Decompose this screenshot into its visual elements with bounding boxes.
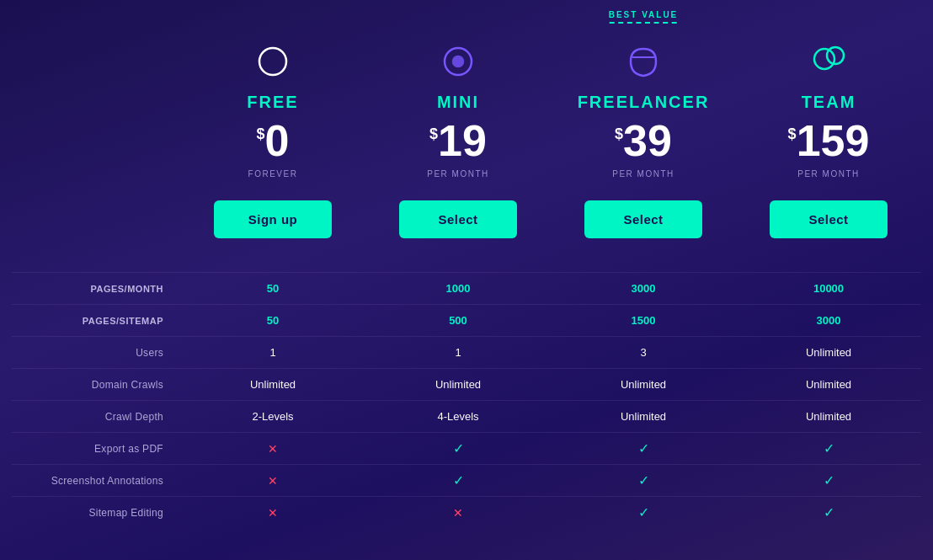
feature-row-5: Export as PDF✕✓✓✓ <box>12 432 921 464</box>
cross-icon: ✕ <box>268 506 278 520</box>
plan-icon-mini <box>437 40 479 83</box>
check-icon: ✓ <box>824 473 834 488</box>
pricing-table: FREE $ 0 FOREVER Sign up MINI $ 19 PER M… <box>12 17 921 528</box>
features-section: PAGES/MONTH501000300010000PAGES/SITEMAP5… <box>12 272 921 528</box>
feature-row-0: PAGES/MONTH501000300010000 <box>12 272 921 304</box>
svg-point-2 <box>453 56 463 67</box>
feature-value-6-2: ✓ <box>551 466 736 495</box>
cross-icon: ✕ <box>453 506 463 520</box>
feature-value-1-1: 500 <box>365 307 551 333</box>
feature-value-5-2: ✓ <box>551 434 736 463</box>
price-amount-free: 0 <box>265 119 290 163</box>
plans-header: FREE $ 0 FOREVER Sign up MINI $ 19 PER M… <box>12 17 921 264</box>
plan-price-freelancer: $ 39 <box>615 119 672 163</box>
feature-value-1-3: 3000 <box>736 307 921 333</box>
check-icon: ✓ <box>638 505 649 520</box>
signup-button-free[interactable]: Sign up <box>214 200 332 238</box>
feature-value-2-1: 1 <box>365 339 551 365</box>
feature-value-0-0: 50 <box>180 275 365 301</box>
feature-value-6-1: ✓ <box>365 466 551 495</box>
cross-icon: ✕ <box>268 474 278 488</box>
plan-header-mini: MINI $ 19 PER MONTH Select <box>365 17 551 264</box>
price-period-team: PER MONTH <box>797 169 860 179</box>
plan-icon-team <box>808 40 850 83</box>
price-amount-mini: 19 <box>438 119 487 163</box>
svg-point-5 <box>827 47 844 64</box>
select-button-freelancer[interactable]: Select <box>584 200 702 238</box>
cross-icon: ✕ <box>268 442 278 456</box>
check-icon: ✓ <box>453 441 464 456</box>
feature-value-7-0: ✕ <box>180 499 365 526</box>
price-period-free: FOREVER <box>248 169 298 179</box>
feature-row-7: Sitemap Editing✕✕✓✓ <box>12 496 921 528</box>
plan-price-mini: $ 19 <box>429 119 487 163</box>
best-value-badge: BEST VALUE <box>609 10 679 24</box>
feature-value-4-3: Unlimited <box>736 403 921 429</box>
price-period-mini: PER MONTH <box>427 169 489 179</box>
feature-value-2-0: 1 <box>180 339 365 365</box>
feature-row-3: Domain CrawlsUnlimitedUnlimitedUnlimited… <box>12 368 921 400</box>
feature-label-3: Domain Crawls <box>12 379 180 391</box>
feature-value-3-1: Unlimited <box>365 371 551 397</box>
plan-price-free: $ 0 <box>257 119 290 163</box>
feature-label-5: Export as PDF <box>12 443 180 455</box>
feature-label-7: Sitemap Editing <box>12 507 180 519</box>
feature-label-6: Screenshot Annotations <box>12 475 180 487</box>
feature-value-5-3: ✓ <box>736 434 921 463</box>
feature-value-4-1: 4-Levels <box>365 403 551 429</box>
feature-label-4: Crawl Depth <box>12 411 180 423</box>
check-icon: ✓ <box>824 441 834 456</box>
feature-value-6-0: ✕ <box>180 467 365 494</box>
feature-value-0-2: 3000 <box>551 275 736 301</box>
feature-value-1-0: 50 <box>180 307 365 333</box>
feature-value-2-3: Unlimited <box>736 339 921 365</box>
select-button-mini[interactable]: Select <box>399 200 517 238</box>
feature-value-0-1: 1000 <box>365 275 551 301</box>
price-period-freelancer: PER MONTH <box>612 169 674 179</box>
feature-value-3-3: Unlimited <box>736 371 921 397</box>
feature-value-1-2: 1500 <box>551 307 736 333</box>
feature-row-1: PAGES/SITEMAP5050015003000 <box>12 304 921 336</box>
plan-header-team: TEAM $ 159 PER MONTH Select <box>736 17 921 264</box>
empty-header <box>12 17 180 264</box>
feature-value-7-2: ✓ <box>551 498 736 527</box>
feature-row-2: Users113Unlimited <box>12 336 921 368</box>
plan-price-team: $ 159 <box>788 119 870 163</box>
feature-value-4-2: Unlimited <box>551 403 736 429</box>
feature-value-2-2: 3 <box>551 339 736 365</box>
feature-label-2: Users <box>12 347 180 359</box>
check-icon: ✓ <box>638 441 649 456</box>
feature-label-0: PAGES/MONTH <box>12 284 180 294</box>
plan-icon-freelancer <box>622 40 664 83</box>
plan-header-free: FREE $ 0 FOREVER Sign up <box>180 17 365 264</box>
check-icon: ✓ <box>638 473 649 488</box>
feature-value-4-0: 2-Levels <box>180 403 365 429</box>
feature-row-6: Screenshot Annotations✕✓✓✓ <box>12 464 921 496</box>
plan-header-freelancer: BEST VALUE FREELANCER $ 39 PER MONTH Sel… <box>551 17 736 264</box>
feature-value-5-1: ✓ <box>365 434 551 463</box>
check-icon: ✓ <box>453 473 464 488</box>
plan-icon-free <box>252 40 294 83</box>
feature-row-4: Crawl Depth2-Levels4-LevelsUnlimitedUnli… <box>12 400 921 432</box>
plan-name-mini: MINI <box>437 93 479 112</box>
select-button-team[interactable]: Select <box>770 200 888 238</box>
svg-point-4 <box>814 49 834 69</box>
feature-value-6-3: ✓ <box>736 466 921 495</box>
svg-point-0 <box>259 48 286 75</box>
plan-name-team: TEAM <box>802 93 856 112</box>
feature-value-3-0: Unlimited <box>180 371 365 397</box>
feature-value-7-3: ✓ <box>736 498 921 527</box>
feature-value-5-0: ✕ <box>180 435 365 462</box>
plan-name-free: FREE <box>247 93 298 112</box>
feature-value-3-2: Unlimited <box>551 371 736 397</box>
feature-value-0-3: 10000 <box>736 275 921 301</box>
plan-name-freelancer: FREELANCER <box>578 93 710 112</box>
feature-value-7-1: ✕ <box>365 499 551 526</box>
price-amount-freelancer: 39 <box>623 119 672 163</box>
check-icon: ✓ <box>824 505 834 520</box>
price-amount-team: 159 <box>797 119 870 163</box>
feature-label-1: PAGES/SITEMAP <box>12 316 180 326</box>
